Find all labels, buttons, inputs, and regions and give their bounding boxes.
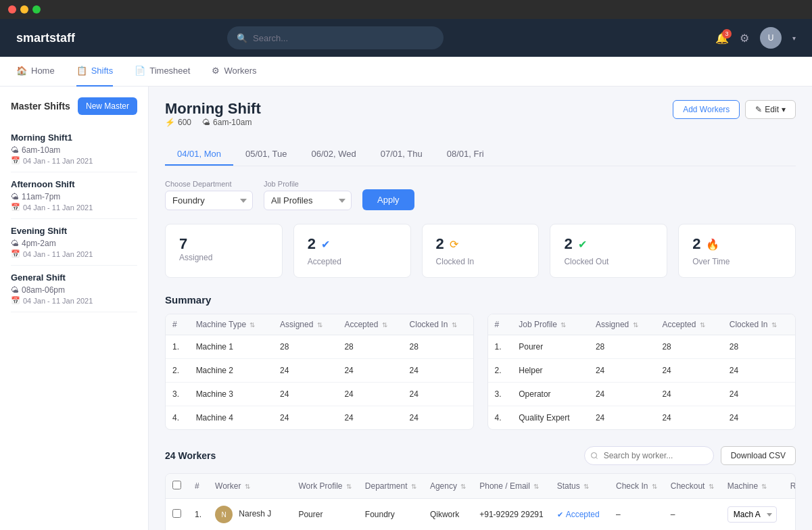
sidebar-item-evening-shift[interactable]: Evening Shift 🌤 4pm-2am 📅 04 Jan - 11 Ja… <box>11 219 137 266</box>
check-circle-icon: ✔ <box>321 238 330 251</box>
select-all-checkbox[interactable] <box>172 481 181 489</box>
cell-department: Foundry <box>358 499 423 531</box>
table-row: 3. Machine 3 24 24 24 <box>166 383 473 406</box>
col-remarks: Remarks <box>784 474 796 499</box>
col-clocked-in[interactable]: Clocked In ⇅ <box>403 314 473 335</box>
shift-date: 📅 04 Jan - 11 Jan 2021 <box>11 296 137 305</box>
cell-clocked: 28 <box>723 335 795 359</box>
window-chrome <box>0 0 812 19</box>
subnav-item-timesheet[interactable]: 📄 Timesheet <box>135 57 190 87</box>
cell-clocked: 24 <box>403 383 473 406</box>
clock-icon: 🌤 <box>11 285 19 295</box>
search-workers-input[interactable] <box>584 446 714 465</box>
col-checkout[interactable]: Checkout ⇅ <box>664 474 721 499</box>
shift-name: Morning Shift1 <box>11 132 137 143</box>
col-job-profile[interactable]: Job Profile ⇅ <box>512 314 589 335</box>
fire-icon: 🔥 <box>706 238 719 251</box>
close-dot[interactable] <box>8 5 16 14</box>
col-assigned[interactable]: Assigned ⇅ <box>273 314 337 335</box>
edit-button[interactable]: ✎ ✎ Edit Edit ▾ <box>745 100 796 119</box>
cell-clocked: 24 <box>723 406 795 430</box>
col-check-in[interactable]: Check In ⇅ <box>609 474 664 499</box>
sort-icon: ⇅ <box>583 483 589 490</box>
maximize-dot[interactable] <box>32 5 41 14</box>
job-filter-select[interactable]: All Profiles Pourer Helper Operator Qual… <box>264 191 352 210</box>
col-num: # <box>188 474 208 499</box>
status-badge: ✔ Accepted <box>557 510 602 519</box>
sort-icon: ⇅ <box>761 483 767 490</box>
col-num: # <box>166 314 189 335</box>
col-machine-type[interactable]: Machine Type ⇅ <box>189 314 273 335</box>
machine-select[interactable]: Mach A <box>727 506 777 523</box>
cell-machine: Machine 2 <box>189 359 273 383</box>
stat-card-top-overtime: 2 🔥 <box>692 235 782 253</box>
chevron-down-icon: ▾ <box>782 105 786 114</box>
col-work-profile[interactable]: Work Profile ⇅ <box>291 474 358 499</box>
apply-button[interactable]: Apply <box>362 189 414 210</box>
subnav-item-shifts[interactable]: 📋 Shifts <box>76 57 114 87</box>
col-department[interactable]: Department ⇅ <box>358 474 423 499</box>
subnav-item-home[interactable]: 🏠 Home <box>16 57 55 87</box>
timesheet-icon: 📄 <box>135 66 145 76</box>
col-worker[interactable]: Worker ⇅ <box>208 474 291 499</box>
row-checkbox[interactable] <box>172 509 181 518</box>
sidebar-item-general-shift[interactable]: General Shift 🌤 08am-06pm 📅 04 Jan - 11 … <box>11 266 137 312</box>
date-tab-2[interactable]: 06/02, Wed <box>300 143 368 166</box>
stat-number-clocked-out: 2 <box>564 235 572 253</box>
date-tab-3[interactable]: 07/01, Thu <box>368 143 435 166</box>
subnav-item-workers[interactable]: ⚙ Workers <box>212 57 256 87</box>
dept-filter-select[interactable]: Foundry Assembly Packing <box>165 191 253 210</box>
sidebar-item-morning-shift1[interactable]: Morning Shift1 🌤 6am-10am 📅 04 Jan - 11 … <box>11 126 137 172</box>
calendar-icon: 📅 <box>11 249 20 258</box>
user-avatar[interactable]: U <box>760 27 782 49</box>
col-accepted[interactable]: Accepted ⇅ <box>337 314 402 335</box>
cell-assigned: 24 <box>273 406 337 430</box>
workers-title: 24 Workers <box>165 450 216 461</box>
col-agency[interactable]: Agency ⇅ <box>423 474 473 499</box>
sidebar: Master Shifts New Master Morning Shift1 … <box>0 87 149 530</box>
stat-card-accepted: 2 ✔ Accepted <box>293 224 411 278</box>
date-tab-0[interactable]: 04/01, Mon <box>165 143 233 166</box>
machine-summary-table: # Machine Type ⇅ Assigned ⇅ Accepted ⇅ C… <box>165 314 474 430</box>
cell-checkbox <box>166 499 188 531</box>
notification-button[interactable]: 🔔 3 <box>715 32 729 45</box>
sort-icon: ⇅ <box>452 321 457 329</box>
page-title: Morning Shift <box>165 100 261 118</box>
cell-job: Pourer <box>512 335 589 359</box>
job-filter-label: Job Profile <box>264 180 352 188</box>
add-workers-button[interactable]: Add Workers <box>673 100 740 119</box>
settings-icon[interactable]: ⚙ <box>740 32 749 45</box>
stat-card-clocked-out: 2 ✔ Clocked Out <box>550 224 667 278</box>
cell-num: 2. <box>488 359 512 383</box>
cell-checkout: – <box>664 499 721 531</box>
cell-machine: Machine 1 <box>189 335 273 359</box>
cell-accepted: 24 <box>337 359 402 383</box>
search-input[interactable] <box>253 33 434 43</box>
minimize-dot[interactable] <box>20 5 28 14</box>
table-row: 4. Quality Expert 24 24 24 <box>488 406 796 430</box>
col-status[interactable]: Status ⇅ <box>550 474 609 499</box>
sidebar-item-afternoon-shift[interactable]: Afternoon Shift 🌤 11am-7pm 📅 04 Jan - 11… <box>11 172 137 219</box>
workers-table: # Worker ⇅ Work Profile ⇅ Department ⇅ A… <box>166 474 796 530</box>
sidebar-title: Master Shifts <box>11 101 70 112</box>
date-tab-4[interactable]: 08/01, Fri <box>435 143 496 166</box>
col-phone-email[interactable]: Phone / Email ⇅ <box>473 474 550 499</box>
cell-remarks <box>784 499 796 531</box>
col-clocked-in[interactable]: Clocked In ⇅ <box>723 314 795 335</box>
col-machine[interactable]: Machine ⇅ <box>721 474 784 499</box>
calendar-icon: 📅 <box>11 203 20 212</box>
table-row: 1. N Naresh J Pourer Foundry Qikwork +91… <box>166 499 796 531</box>
clock-icon: 🌤 <box>11 192 19 201</box>
col-assigned[interactable]: Assigned ⇅ <box>589 314 656 335</box>
col-accepted[interactable]: Accepted ⇅ <box>655 314 722 335</box>
cell-accepted: 24 <box>337 406 402 430</box>
download-csv-button[interactable]: Download CSV <box>721 446 796 465</box>
stat-card-top-accepted: 2 ✔ <box>308 235 397 253</box>
cell-num: 1. <box>166 335 189 359</box>
shift-time: 🌤 11am-7pm <box>11 192 137 201</box>
new-master-button[interactable]: New Master <box>78 97 137 115</box>
shift-name: General Shift <box>11 272 137 283</box>
worker-avatar: N <box>215 506 233 523</box>
cell-accepted: 24 <box>337 383 402 406</box>
date-tab-1[interactable]: 05/01, Tue <box>233 143 299 166</box>
